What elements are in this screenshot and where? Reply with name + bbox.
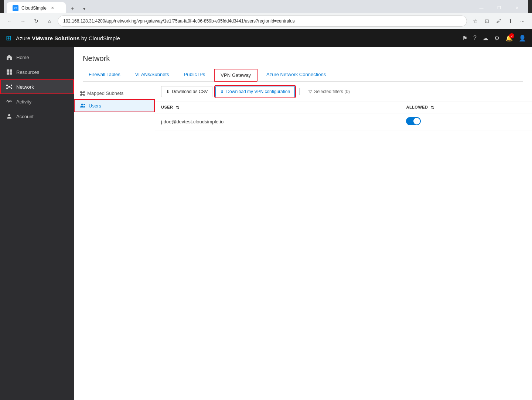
- network-icon: [6, 83, 13, 90]
- svg-line-9: [7, 85, 9, 87]
- home-button[interactable]: ⌂: [44, 16, 55, 26]
- tab-azure-network-connections[interactable]: Azure Network Connections: [260, 69, 332, 81]
- mapped-subnets-item[interactable]: Mapped Subnets: [74, 88, 155, 99]
- right-panel: ⬇ Download as CSV ⬇ Download my VPN conf…: [155, 82, 532, 394]
- app-title: Azure VMware Solutions by CloudSimple: [16, 35, 120, 41]
- minimize-button[interactable]: —: [473, 2, 490, 14]
- flag-icon[interactable]: ⚑: [462, 35, 467, 42]
- sidebar-label-network: Network: [16, 84, 34, 90]
- sidebar-label-activity: Activity: [16, 99, 31, 105]
- tab-close-button[interactable]: ✕: [50, 5, 55, 11]
- tab-favicon: C: [13, 5, 18, 11]
- users-nav-label: Users: [89, 103, 101, 109]
- tab-vlans-subnets[interactable]: VLANs/Subnets: [129, 69, 175, 81]
- profile-button[interactable]: 🖊: [494, 16, 504, 26]
- svg-rect-0: [7, 69, 9, 72]
- user-icon[interactable]: 👤: [519, 35, 526, 42]
- svg-point-19: [83, 104, 85, 105]
- svg-line-10: [9, 85, 11, 87]
- users-icon: [80, 103, 86, 109]
- collections-button[interactable]: ⊡: [482, 16, 492, 26]
- vpn-gateway-layout: Mapped Subnets Users: [74, 82, 532, 394]
- tabs-bar: Firewall Tables VLANs/Subnets Public IPs…: [83, 69, 523, 82]
- svg-point-13: [8, 114, 10, 116]
- sidebar-item-account[interactable]: Account: [0, 109, 74, 124]
- sidebar-item-activity[interactable]: Activity: [0, 94, 74, 109]
- azure-icon: ⊞: [6, 34, 11, 42]
- download-csv-button[interactable]: ⬇ Download as CSV: [161, 86, 212, 97]
- help-icon[interactable]: ?: [473, 35, 477, 41]
- home-icon: [6, 54, 13, 61]
- sidebar-item-home[interactable]: Home: [0, 50, 74, 65]
- notification-badge: 2: [509, 33, 514, 38]
- account-icon: [6, 113, 13, 120]
- activity-icon: [6, 98, 13, 105]
- forward-button[interactable]: →: [18, 16, 28, 26]
- address-bar[interactable]: 192.168.128.31:4200/app/networking/vpn-g…: [58, 16, 467, 27]
- download-vpn-config-button[interactable]: ⬇ Download my VPN configuration: [215, 86, 295, 97]
- allowed-cell: [400, 113, 532, 130]
- panel-toolbar: ⬇ Download as CSV ⬇ Download my VPN conf…: [155, 82, 532, 102]
- download-icon: ⬇: [166, 89, 170, 94]
- tab-firewall-tables[interactable]: Firewall Tables: [83, 69, 126, 81]
- tab-title: CloudSimple: [21, 6, 47, 11]
- restore-button[interactable]: ❐: [491, 2, 508, 14]
- sidebar-label-home: Home: [16, 55, 29, 60]
- more-button[interactable]: ···: [517, 16, 528, 26]
- sidebar-item-resources[interactable]: Resources: [0, 65, 74, 79]
- browser-tab[interactable]: C CloudSimple ✕: [7, 2, 66, 14]
- close-button[interactable]: ✕: [508, 2, 525, 14]
- toolbar-separator: [299, 88, 300, 95]
- mapped-subnets-label: Mapped Subnets: [87, 90, 123, 96]
- mapped-subnets-icon: [80, 91, 85, 96]
- user-cell: j.doe@devtest.cloudsimple.io: [155, 113, 400, 130]
- sidebar: Home Resources Network: [0, 47, 74, 400]
- column-header-allowed: ALLOWED ⇅: [400, 102, 532, 113]
- sort-icon-allowed[interactable]: ⇅: [431, 105, 434, 110]
- share-button[interactable]: ⬆: [505, 16, 516, 26]
- svg-rect-1: [10, 69, 12, 72]
- sort-icon-user[interactable]: ⇅: [176, 105, 180, 110]
- resources-icon: [6, 69, 13, 75]
- page-title: Network: [83, 54, 523, 63]
- cloud-icon[interactable]: ☁: [482, 35, 488, 42]
- reload-button[interactable]: ↻: [31, 16, 41, 26]
- back-button[interactable]: ←: [4, 16, 15, 26]
- svg-rect-3: [10, 72, 12, 75]
- tab-list-button[interactable]: ▾: [79, 4, 89, 14]
- svg-point-18: [81, 104, 83, 106]
- sidebar-item-network[interactable]: Network: [0, 79, 74, 94]
- tab-vpn-gateway[interactable]: VPN Gateway: [214, 69, 258, 82]
- notifications-icon[interactable]: 🔔 2: [505, 35, 513, 42]
- sidebar-label-resources: Resources: [16, 69, 39, 75]
- filter-icon: ▽: [308, 89, 312, 94]
- table-row: j.doe@devtest.cloudsimple.io: [155, 113, 532, 130]
- left-panel: Mapped Subnets Users: [74, 82, 155, 394]
- address-url: 192.168.128.31:4200/app/networking/vpn-g…: [63, 18, 295, 24]
- svg-line-12: [9, 87, 11, 88]
- svg-line-11: [7, 87, 9, 88]
- svg-rect-2: [7, 72, 9, 75]
- column-header-user: USER ⇅: [155, 102, 400, 113]
- tab-public-ips[interactable]: Public IPs: [178, 69, 211, 81]
- users-table: USER ⇅ ALLOWED ⇅: [155, 102, 532, 130]
- users-nav-item[interactable]: Users: [74, 99, 155, 112]
- allowed-toggle[interactable]: [406, 117, 421, 125]
- sidebar-label-account: Account: [16, 114, 34, 119]
- new-tab-button[interactable]: +: [67, 4, 78, 14]
- settings-icon[interactable]: ⚙: [494, 35, 499, 42]
- bookmark-button[interactable]: ☆: [470, 16, 480, 26]
- content-area: Network Firewall Tables VLANs/Subnets Pu…: [74, 47, 532, 400]
- filter-button[interactable]: ▽ Selected filters (0): [304, 86, 354, 97]
- download-vpn-icon: ⬇: [220, 89, 224, 94]
